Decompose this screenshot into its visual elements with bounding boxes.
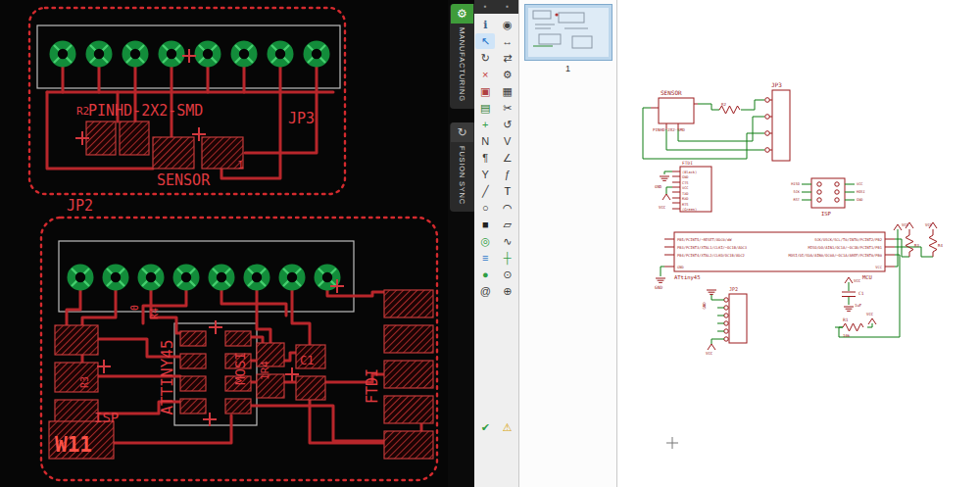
schematic-canvas[interactable]: SENSOR PINHD-2X2-SMD R2 JP3 FTDI (Black)… [617, 0, 980, 487]
attribute-tool[interactable]: @ [475, 283, 495, 299]
schematic-label-attiny45: ATtiny45 [674, 274, 701, 281]
tool-glyph: Y [482, 169, 489, 180]
schematic-label-c1-value: 1uF [855, 303, 862, 308]
pin-label: VCC [682, 186, 689, 190]
circle-tool[interactable]: ○ [475, 200, 495, 216]
schematic-r1: R1 10k VCC [835, 312, 876, 338]
mark-tool[interactable]: ⊕ [498, 283, 517, 299]
junction-tool[interactable]: ● [475, 267, 495, 282]
vcc-label: VCC [659, 205, 666, 210]
sheet-thumbnail-1[interactable] [524, 4, 612, 61]
arc-tool[interactable]: ◠ [498, 200, 517, 216]
tab-fusion-sync[interactable]: ↻ FUSION SYNC [450, 122, 474, 212]
board-label-zero: 0 [129, 305, 140, 311]
value-tool[interactable]: V [498, 133, 517, 149]
tool-glyph: ⊙ [503, 268, 512, 281]
schematic-label-c1: C1 [858, 291, 864, 296]
tool-glyph: ▦ [503, 85, 513, 98]
invoke-tool[interactable]: ƒ [498, 167, 517, 182]
signal-tool[interactable]: ∿ [498, 233, 517, 249]
schematic-label-r2: R2 [721, 102, 727, 107]
vcc-label: VCC [925, 222, 933, 227]
paste-tool[interactable]: ▤ [475, 100, 495, 116]
info-tool[interactable]: ℹ [475, 17, 495, 32]
tool-glyph: ⇄ [503, 52, 512, 65]
pin-label: RXD [682, 197, 689, 201]
tool-glyph: T [504, 185, 511, 197]
sheets-panel: 1 [519, 0, 617, 487]
board-label-pin1: 1 [237, 159, 244, 171]
tab-manufacturing-label: MANUFACTURING [458, 24, 466, 109]
schematic-label-r1-value: 10k [843, 333, 851, 338]
pin-label: GND [857, 198, 863, 202]
rect-tool[interactable]: ■ [475, 217, 495, 232]
tool-glyph: ↺ [503, 119, 512, 131]
board-label-r4: R4 [149, 308, 160, 319]
schematic-label-isp: ISP [821, 211, 832, 217]
tool-glyph: @ [480, 285, 491, 297]
show-tool[interactable]: ◉ [498, 17, 517, 32]
tool-glyph: ℹ [483, 19, 487, 31]
polygon-tool[interactable]: ▱ [498, 217, 517, 232]
wire-tool[interactable]: ╱ [475, 183, 495, 199]
vcc-label: VCC [854, 278, 861, 283]
add-part-tool[interactable]: + [475, 117, 495, 132]
smash-tool[interactable]: ¶ [475, 150, 495, 166]
erc-tool[interactable]: ✔ [475, 419, 495, 435]
tool-glyph: ≡ [482, 252, 488, 264]
label-tool[interactable]: ⊙ [498, 267, 517, 282]
schematic-label-ftdi: FTDI [682, 161, 693, 166]
pin-label: MISO [791, 182, 800, 186]
pin-label: MOSI/DI/SDA/AIN0/OC0A/~OC1A/AREF/PCINT0/… [789, 254, 882, 258]
tool-glyph: ◠ [503, 202, 513, 215]
pin-label: RST [794, 198, 801, 202]
replace-tool[interactable]: ↺ [498, 117, 517, 132]
copy-tool[interactable]: ▣ [475, 83, 495, 99]
schematic-label-sensor: SENSOR [661, 89, 682, 96]
cut-tool[interactable]: ✂ [498, 100, 517, 116]
move-tool[interactable]: ↔ [498, 33, 517, 49]
net-tool[interactable]: ┼ [498, 250, 517, 266]
mirror-tool[interactable]: ⇄ [498, 50, 517, 66]
fusion-sync-icon: ↻ [451, 122, 473, 142]
toolbar-grid: ℹ ◉ ↖ ↔ ↻ ⇄ [474, 14, 518, 300]
schematic-label-jp3: JP3 [771, 81, 782, 88]
errors-tool[interactable]: ⚠ [498, 419, 517, 435]
text-tool[interactable]: T [498, 183, 517, 199]
select-tool[interactable]: ↖ [475, 33, 495, 49]
via-tool[interactable]: ◎ [475, 233, 495, 249]
board-canvas[interactable]: R2 PINHD-2X2-SMD JP3 SENSOR 1 JP2 R3 0 R… [0, 0, 448, 487]
tool-glyph: ¶ [482, 152, 488, 164]
miter-tool[interactable]: ∠ [498, 150, 517, 166]
side-tab-strip: ⚙ MANUFACTURING ↻ FUSION SYNC [448, 0, 474, 487]
sheet-number: 1 [519, 64, 616, 73]
split-tool[interactable]: Y [475, 167, 495, 182]
pin-label: CTS [682, 181, 689, 185]
bus-tool[interactable]: ≡ [475, 250, 495, 266]
tool-glyph: ✂ [503, 102, 512, 115]
board-label-pinhd: PINHD-2X2-SMD [88, 102, 203, 120]
tool-glyph: ▣ [480, 85, 490, 98]
group-tool[interactable]: ▦ [498, 83, 517, 99]
menu-icon[interactable]: ▪ [506, 3, 509, 11]
pin-label: VCC [875, 266, 882, 269]
tool-glyph: ┼ [504, 252, 512, 264]
tool-glyph: ○ [482, 202, 489, 214]
schematic-label-jp2: JP2 [729, 286, 738, 292]
rotate-tool[interactable]: ↻ [475, 50, 495, 66]
vcc-label: VCC [706, 351, 713, 356]
tool-glyph: V [504, 135, 511, 147]
delete-tool[interactable]: × [475, 67, 495, 82]
tool-glyph: ƒ [505, 169, 511, 180]
dock-icon[interactable]: ▪ [484, 3, 487, 11]
board-label-1r4: 1R4 [259, 361, 271, 380]
schematic-c1: VCC C1 1uF [842, 277, 864, 311]
tool-glyph: ● [482, 268, 489, 280]
board-label-jp3: JP3 [288, 110, 315, 127]
change-tool[interactable]: ⚙ [498, 67, 517, 82]
pin-label: PB3/PCINT3/XTAL1/CLKI/~OC1B/ADC3 [677, 246, 747, 250]
name-tool[interactable]: N [475, 133, 495, 149]
tab-manufacturing[interactable]: ⚙ MANUFACTURING [450, 4, 474, 109]
tool-glyph: ↖ [481, 35, 490, 48]
schematic-isp: ISP MISO SCK RST VCC MOSI GND [791, 178, 864, 217]
